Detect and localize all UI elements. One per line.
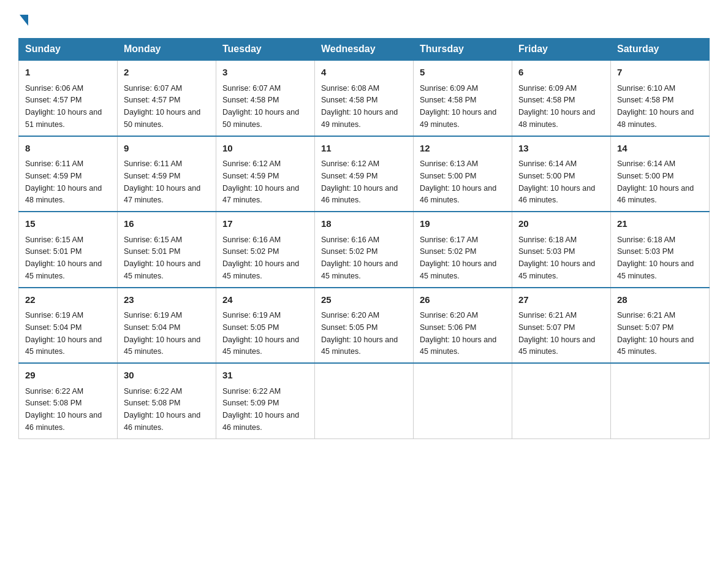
sunset-info: Sunset: 5:08 PM [25,399,82,407]
day-number: 16 [124,217,210,231]
page-header [18,12,710,27]
day-number: 30 [124,369,210,383]
sunrise-info: Sunrise: 6:08 AM [321,84,379,93]
calendar-cell: 19 Sunrise: 6:17 AM Sunset: 5:02 PM Dayl… [414,212,512,288]
sunset-info: Sunset: 5:08 PM [124,399,180,407]
daylight-info: Daylight: 10 hours and 45 minutes. [518,335,595,356]
daylight-info: Daylight: 10 hours and 47 minutes. [222,184,299,205]
day-header-thursday: Thursday [414,39,512,61]
sunrise-info: Sunrise: 6:09 AM [518,84,577,93]
calendar-cell [414,363,512,439]
calendar-week-row: 29 Sunrise: 6:22 AM Sunset: 5:08 PM Dayl… [19,363,710,439]
sunrise-info: Sunrise: 6:20 AM [420,311,478,320]
day-number: 28 [617,293,703,307]
daylight-info: Daylight: 10 hours and 45 minutes. [321,259,398,280]
calendar-cell: 8 Sunrise: 6:11 AM Sunset: 4:59 PM Dayli… [19,136,118,212]
sunset-info: Sunset: 4:57 PM [25,96,82,104]
calendar-cell: 15 Sunrise: 6:15 AM Sunset: 5:01 PM Dayl… [19,212,118,288]
sunset-info: Sunset: 5:02 PM [420,247,476,256]
calendar-cell: 16 Sunrise: 6:15 AM Sunset: 5:01 PM Dayl… [118,212,216,288]
calendar-cell: 10 Sunrise: 6:12 AM Sunset: 4:59 PM Dayl… [216,136,315,212]
calendar-cell: 9 Sunrise: 6:11 AM Sunset: 4:59 PM Dayli… [118,136,216,212]
calendar-cell: 2 Sunrise: 6:07 AM Sunset: 4:57 PM Dayli… [118,60,216,136]
sunset-info: Sunset: 5:05 PM [222,323,279,332]
sunset-info: Sunset: 5:04 PM [25,323,82,332]
sunrise-info: Sunrise: 6:18 AM [518,236,577,244]
day-number: 10 [222,142,308,156]
day-number: 11 [321,142,407,156]
day-number: 31 [222,369,308,383]
calendar-cell: 14 Sunrise: 6:14 AM Sunset: 5:00 PM Dayl… [611,136,710,212]
sunrise-info: Sunrise: 6:16 AM [222,236,281,244]
day-number: 4 [321,66,407,80]
calendar-cell [512,363,611,439]
sunset-info: Sunset: 4:58 PM [321,96,377,104]
sunrise-info: Sunrise: 6:22 AM [124,387,182,396]
day-header-monday: Monday [118,39,216,61]
sunset-info: Sunset: 5:04 PM [124,323,180,332]
daylight-info: Daylight: 10 hours and 47 minutes. [124,184,200,205]
day-number: 25 [321,293,407,307]
sunrise-info: Sunrise: 6:12 AM [222,159,281,168]
daylight-info: Daylight: 10 hours and 48 minutes. [617,108,694,129]
daylight-info: Daylight: 10 hours and 49 minutes. [321,108,398,129]
daylight-info: Daylight: 10 hours and 46 minutes. [222,411,299,432]
day-number: 2 [124,66,210,80]
logo-arrow-icon [20,15,28,26]
day-number: 5 [420,66,506,80]
sunrise-info: Sunrise: 6:21 AM [617,311,675,320]
sunrise-info: Sunrise: 6:06 AM [25,84,83,93]
daylight-info: Daylight: 10 hours and 48 minutes. [518,108,595,129]
sunrise-info: Sunrise: 6:17 AM [420,236,478,244]
calendar-cell: 29 Sunrise: 6:22 AM Sunset: 5:08 PM Dayl… [19,363,118,439]
calendar-cell: 17 Sunrise: 6:16 AM Sunset: 5:02 PM Dayl… [216,212,315,288]
sunrise-info: Sunrise: 6:15 AM [124,236,182,244]
daylight-info: Daylight: 10 hours and 45 minutes. [617,259,694,280]
day-header-sunday: Sunday [19,39,118,61]
calendar-cell: 22 Sunrise: 6:19 AM Sunset: 5:04 PM Dayl… [19,288,118,364]
sunset-info: Sunset: 5:02 PM [222,247,279,256]
daylight-info: Daylight: 10 hours and 49 minutes. [420,108,496,129]
sunset-info: Sunset: 5:03 PM [518,247,575,256]
sunset-info: Sunset: 5:01 PM [25,247,82,256]
day-number: 22 [25,293,111,307]
daylight-info: Daylight: 10 hours and 46 minutes. [420,184,496,205]
sunrise-info: Sunrise: 6:10 AM [617,84,675,93]
daylight-info: Daylight: 10 hours and 46 minutes. [518,184,595,205]
daylight-info: Daylight: 10 hours and 45 minutes. [25,259,102,280]
sunset-info: Sunset: 4:58 PM [617,96,673,104]
daylight-info: Daylight: 10 hours and 46 minutes. [25,411,102,432]
daylight-info: Daylight: 10 hours and 46 minutes. [321,184,398,205]
calendar-cell: 20 Sunrise: 6:18 AM Sunset: 5:03 PM Dayl… [512,212,611,288]
calendar-cell: 3 Sunrise: 6:07 AM Sunset: 4:58 PM Dayli… [216,60,315,136]
daylight-info: Daylight: 10 hours and 45 minutes. [25,335,102,356]
sunset-info: Sunset: 4:57 PM [124,96,180,104]
day-number: 17 [222,217,308,231]
day-number: 7 [617,66,703,80]
sunset-info: Sunset: 5:02 PM [321,247,377,256]
daylight-info: Daylight: 10 hours and 50 minutes. [124,108,200,129]
calendar-cell: 21 Sunrise: 6:18 AM Sunset: 5:03 PM Dayl… [611,212,710,288]
sunrise-info: Sunrise: 6:20 AM [321,311,379,320]
sunset-info: Sunset: 4:58 PM [222,96,279,104]
sunrise-info: Sunrise: 6:22 AM [25,387,83,396]
sunrise-info: Sunrise: 6:13 AM [420,159,478,168]
sunset-info: Sunset: 5:01 PM [124,247,180,256]
day-number: 1 [25,66,111,80]
day-number: 23 [124,293,210,307]
sunrise-info: Sunrise: 6:14 AM [518,159,577,168]
logo [18,12,28,27]
calendar-cell: 1 Sunrise: 6:06 AM Sunset: 4:57 PM Dayli… [19,60,118,136]
daylight-info: Daylight: 10 hours and 45 minutes. [124,259,200,280]
calendar-cell: 13 Sunrise: 6:14 AM Sunset: 5:00 PM Dayl… [512,136,611,212]
sunset-info: Sunset: 5:05 PM [321,323,377,332]
calendar-cell [611,363,710,439]
sunrise-info: Sunrise: 6:16 AM [321,236,379,244]
sunset-info: Sunset: 5:07 PM [617,323,673,332]
sunset-info: Sunset: 5:09 PM [222,399,279,407]
day-number: 9 [124,142,210,156]
calendar-cell: 5 Sunrise: 6:09 AM Sunset: 4:58 PM Dayli… [414,60,512,136]
calendar-cell: 25 Sunrise: 6:20 AM Sunset: 5:05 PM Dayl… [315,288,414,364]
daylight-info: Daylight: 10 hours and 45 minutes. [222,259,299,280]
day-number: 8 [25,142,111,156]
